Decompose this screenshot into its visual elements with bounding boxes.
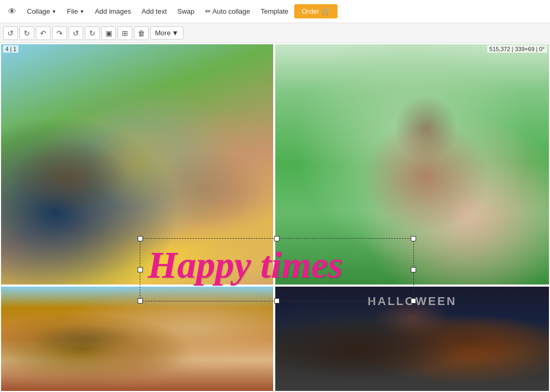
photo-cell-1[interactable]: [0, 43, 274, 286]
rotate-cw-icon: ↻: [24, 29, 30, 37]
flip-h-icon: ↶: [40, 29, 46, 37]
delete-button[interactable]: 🗑: [134, 26, 149, 40]
toolbar: ↺ ↻ ↶ ↷ ↺ ↻ ▣ ⊞ 🗑 More ▼: [0, 23, 550, 43]
frame-icon: ▣: [105, 29, 112, 37]
rotate-ccw-button[interactable]: ↺: [3, 26, 18, 40]
template-label: Template: [260, 7, 288, 15]
add-images-label: Add images: [95, 7, 131, 15]
cart-icon: 🛒: [322, 7, 330, 15]
trash-icon: 🗑: [138, 29, 145, 37]
more-label: More: [155, 29, 171, 37]
flip-h-button[interactable]: ↶: [36, 26, 51, 40]
halloween-label: HALLOWEEN: [368, 295, 457, 308]
swap-button[interactable]: Swap: [172, 5, 199, 18]
canvas-area: 4 | 1 515,372 | 339×69 | 0° HALLOWEEN Ha…: [0, 43, 550, 392]
frame-button[interactable]: ▣: [101, 26, 116, 40]
flip-v-icon: ↷: [56, 29, 63, 37]
redo-icon: ↻: [89, 29, 95, 37]
file-label: File: [67, 7, 78, 15]
undo-icon: ↺: [73, 29, 79, 37]
add-text-button[interactable]: Add text: [137, 5, 172, 18]
collage-label: Collage: [27, 7, 50, 15]
add-text-label: Add text: [142, 7, 167, 15]
order-label: Order: [302, 7, 319, 15]
rotate-cw-button[interactable]: ↻: [20, 26, 34, 40]
more-caret-icon: ▼: [172, 29, 179, 37]
status-left: 4 | 1: [3, 45, 18, 53]
eye-button[interactable]: 👁: [3, 4, 21, 19]
collage-caret-icon: ▼: [52, 9, 56, 14]
redo-button[interactable]: ↻: [85, 26, 100, 40]
file-caret-icon: ▼: [80, 9, 84, 14]
photo-cell-3[interactable]: [0, 286, 274, 392]
top-menu-bar: 👁 Collage ▼ File ▼ Add images Add text S…: [0, 0, 550, 23]
auto-collage-button[interactable]: ✏ Auto collage: [200, 5, 255, 18]
file-menu[interactable]: File ▼: [62, 5, 89, 18]
more-button[interactable]: More ▼: [150, 26, 184, 40]
status-right: 515,372 | 339×69 | 0°: [487, 45, 547, 53]
grid-button[interactable]: ⊞: [118, 26, 132, 40]
auto-collage-label: ✏ Auto collage: [205, 7, 250, 15]
collage-menu[interactable]: Collage ▼: [22, 5, 61, 18]
eye-icon: 👁: [8, 7, 16, 16]
photo-cell-2[interactable]: [274, 43, 550, 286]
grid-icon: ⊞: [122, 29, 128, 37]
rotate-ccw-icon: ↺: [7, 29, 14, 37]
photo-cell-4[interactable]: HALLOWEEN: [274, 286, 550, 392]
photo-grid: HALLOWEEN: [0, 43, 550, 392]
undo-button[interactable]: ↺: [69, 26, 83, 40]
order-button[interactable]: Order 🛒: [294, 4, 337, 18]
swap-label: Swap: [177, 7, 195, 15]
template-button[interactable]: Template: [256, 5, 293, 18]
flip-v-button[interactable]: ↷: [52, 26, 67, 40]
add-images-button[interactable]: Add images: [90, 5, 136, 18]
